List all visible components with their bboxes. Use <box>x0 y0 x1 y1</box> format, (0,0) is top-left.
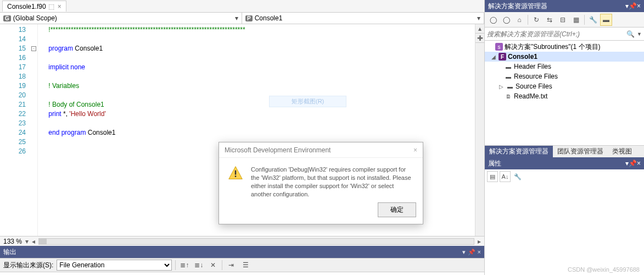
tree-folder[interactable]: ▬ Header Files <box>485 62 644 72</box>
editor-tab-bar: Console1.f90 ⬚ × <box>0 0 484 12</box>
project-icon: F <box>499 53 506 61</box>
output-body[interactable] <box>0 272 484 275</box>
tree-folder[interactable]: ▷ ▬ Source Files <box>485 81 644 91</box>
home-icon[interactable]: ⌂ <box>513 14 525 26</box>
alphabetical-icon[interactable]: A↓ <box>500 171 511 182</box>
tree-label: Source Files <box>516 82 552 90</box>
output-title: 输出 <box>3 248 460 257</box>
pin-icon[interactable]: ⬚ <box>48 3 54 10</box>
close-icon[interactable]: × <box>637 160 641 167</box>
close-icon[interactable]: × <box>478 249 481 255</box>
expand-icon[interactable]: ✚ <box>475 34 484 43</box>
tree-solution[interactable]: s 解决方案"Subroutines"(1 个项目) <box>485 42 644 52</box>
refresh-icon[interactable]: ↻ <box>530 14 542 26</box>
editor-footer: 133 % ▾ ◂ ▸ <box>0 236 484 246</box>
goto-next-icon[interactable]: ≣↓ <box>193 260 204 271</box>
properties-icon[interactable]: 🔧 <box>587 14 599 26</box>
sync-icon[interactable]: ⇆ <box>544 14 556 26</box>
explorer-title: 解决方案资源管理器 <box>488 2 625 11</box>
categorized-icon[interactable]: ▤ <box>487 171 498 182</box>
snip-hint: 矩形截图(R) <box>269 96 346 107</box>
split-icon[interactable]: ▴ <box>475 24 484 34</box>
chevron-down-icon[interactable]: ▾ <box>25 238 29 245</box>
line-gutter: 1314151617181920212223242526 <box>0 24 30 236</box>
chevron-down-icon[interactable]: ▼ <box>637 31 642 37</box>
output-header: 输出 ▾ 📌 × <box>0 246 484 258</box>
tree-project[interactable]: ◢ F Console1 <box>485 52 644 62</box>
close-icon[interactable]: × <box>413 146 417 154</box>
properties-title: 属性 <box>488 159 625 168</box>
properties-header: 属性 ▾ 📌 × <box>485 157 644 169</box>
close-icon[interactable]: × <box>58 3 61 10</box>
horizontal-scrollbar[interactable] <box>38 238 474 245</box>
scope-member[interactable]: P Console1 ▾ <box>242 13 484 24</box>
solution-tree[interactable]: s 解决方案"Subroutines"(1 个项目) ◢ F Console1 … <box>485 41 644 145</box>
show-all-icon[interactable]: ▦ <box>570 14 582 26</box>
explorer-search-input[interactable] <box>487 30 624 38</box>
dialog-message: Configuration 'Debug|Win32' requires com… <box>251 166 414 198</box>
expand-icon[interactable]: ▷ <box>498 84 505 90</box>
svg-rect-2 <box>235 175 236 177</box>
tab-solution-explorer[interactable]: 解决方案资源管理器 <box>485 146 553 157</box>
dialog-title: Microsoft Development Environment <box>225 146 331 154</box>
tab-class-view[interactable]: 类视图 <box>608 146 636 157</box>
toggle-wrap-icon[interactable]: ⇥ <box>226 260 237 271</box>
error-dialog: Microsoft Development Environment × Conf… <box>219 142 423 224</box>
tab-label: Console1.f90 <box>7 3 46 10</box>
explorer-toolbar: ◯ ◯ ⌂ ↻ ⇆ ⊟ ▦ 🔧 ▬ <box>485 12 644 28</box>
property-pages-icon[interactable]: 🔧 <box>512 171 523 182</box>
warning-icon <box>228 166 243 181</box>
tree-label: Resource Files <box>514 73 558 80</box>
tree-label: Console1 <box>508 53 537 61</box>
pin-icon[interactable]: 📌 <box>629 2 637 10</box>
explorer-header: 解决方案资源管理器 ▾ 📌 × <box>485 0 644 12</box>
tab-team-explorer[interactable]: 团队资源管理器 <box>553 146 608 157</box>
output-source-label: 显示输出来源(S): <box>3 261 53 270</box>
pin-icon[interactable]: 📌 <box>629 160 637 167</box>
svg-rect-1 <box>235 170 236 175</box>
folder-icon: ▬ <box>506 82 514 90</box>
close-icon[interactable]: × <box>637 2 641 10</box>
scroll-left-icon[interactable]: ◂ <box>32 238 35 245</box>
clear-icon[interactable]: ✕ <box>208 260 219 271</box>
expand-icon[interactable]: ◢ <box>490 54 497 60</box>
preview-icon[interactable]: ▬ <box>600 14 612 26</box>
collapse-icon[interactable]: ⊟ <box>557 14 569 26</box>
scope-bar: G (Global Scope) ▾ P Console1 ▾ <box>0 12 484 24</box>
ok-button[interactable]: 确定 <box>378 202 416 217</box>
forward-icon[interactable]: ◯ <box>500 14 512 26</box>
fold-column[interactable]: - <box>30 24 38 236</box>
folder-icon: ▬ <box>505 73 512 80</box>
zoom-level[interactable]: 133 % <box>3 238 22 245</box>
tree-folder[interactable]: ▬ Resource Files <box>485 72 644 81</box>
tree-label: 解决方案"Subroutines"(1 个项目) <box>505 42 601 52</box>
chevron-down-icon[interactable]: ▾ <box>235 14 238 22</box>
scope-global[interactable]: G (Global Scope) ▾ <box>0 13 242 24</box>
toggle-output-icon[interactable]: ☰ <box>240 260 251 271</box>
tree-file[interactable]: 🗎 ReadMe.txt <box>485 91 644 101</box>
dropdown-icon[interactable]: ▾ <box>462 249 466 256</box>
output-toolbar: 显示输出来源(S): File Generation ≣↑ ≣↓ ✕ ⇥ ☰ <box>0 258 484 272</box>
folder-icon: ▬ <box>505 63 512 70</box>
editor-tab[interactable]: Console1.f90 ⬚ × <box>2 1 66 12</box>
scope-badge: P <box>245 15 253 21</box>
explorer-search[interactable]: 🔍 ▼ <box>485 28 644 41</box>
solution-icon: s <box>495 43 503 51</box>
pin-icon[interactable]: 📌 <box>468 249 475 256</box>
scope-label: Console1 <box>255 14 283 22</box>
output-source-select[interactable]: File Generation <box>57 260 172 271</box>
watermark: CSDN @weixin_45997688 <box>568 266 640 273</box>
scroll-right-icon[interactable]: ▸ <box>478 238 481 245</box>
scope-badge: G <box>3 15 11 21</box>
explorer-tab-strip: 解决方案资源管理器 团队资源管理器 类视图 <box>485 145 644 157</box>
search-icon[interactable]: 🔍 <box>626 30 635 38</box>
tree-label: ReadMe.txt <box>514 92 547 100</box>
chevron-down-icon[interactable]: ▾ <box>477 14 480 22</box>
back-icon[interactable]: ◯ <box>487 14 499 26</box>
scope-label: (Global Scope) <box>13 14 57 22</box>
properties-body: ▤ A↓ 🔧 <box>485 169 644 275</box>
vertical-scrollbar[interactable]: ▴ ✚ <box>475 24 484 236</box>
goto-prev-icon[interactable]: ≣↑ <box>179 260 190 271</box>
dialog-titlebar[interactable]: Microsoft Development Environment × <box>219 142 423 158</box>
tree-label: Header Files <box>514 63 551 70</box>
